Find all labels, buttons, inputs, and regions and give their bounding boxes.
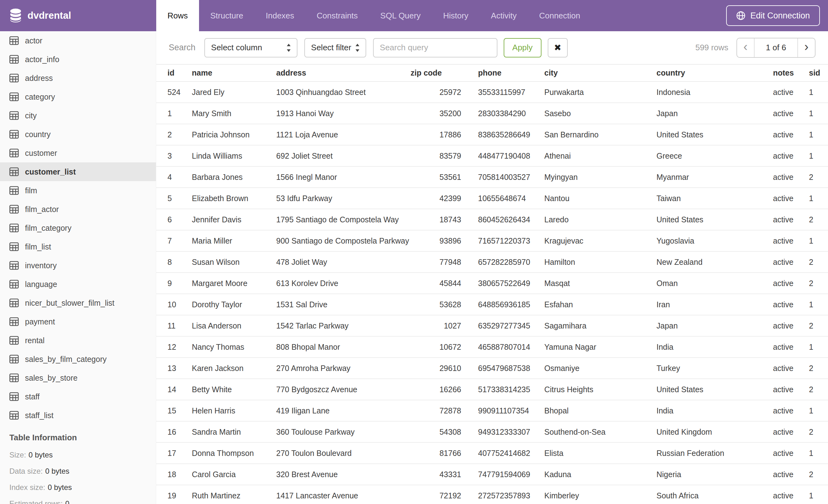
sidebar-item-customer_list[interactable]: customer_list bbox=[0, 163, 156, 181]
table-row[interactable]: 18Carol Garcia320 Brest Avenue4333174779… bbox=[156, 464, 828, 485]
table-row[interactable]: 10Dorothy Taylor1531 Sal Drive5362864885… bbox=[156, 294, 828, 315]
sidebar-item-label: actor_info bbox=[25, 55, 59, 64]
apply-button[interactable]: Apply bbox=[504, 38, 541, 57]
edit-connection-button[interactable]: Edit Connection bbox=[726, 5, 820, 26]
cell-id: 1 bbox=[156, 103, 192, 124]
sidebar-item-address[interactable]: address bbox=[0, 69, 156, 87]
table-row[interactable]: 15Helen Harris419 Iligan Lane72878990911… bbox=[156, 400, 828, 421]
cell-phone: 838635286649 bbox=[461, 124, 544, 145]
table-row[interactable]: 6Jennifer Davis1795 Santiago de Composte… bbox=[156, 209, 828, 230]
cell-phone: 10655648674 bbox=[461, 188, 544, 209]
table-row[interactable]: 7Maria Miller900 Santiago de Compostela … bbox=[156, 230, 828, 252]
sidebar-item-label: city bbox=[25, 111, 37, 120]
sidebar-item-rental[interactable]: rental bbox=[0, 331, 156, 350]
cell-address: 1121 Loja Avenue bbox=[276, 124, 411, 145]
table-row[interactable]: 11Lisa Anderson1542 Tarlac Parkway102763… bbox=[156, 315, 828, 337]
cell-notes: active bbox=[773, 273, 809, 294]
globe-icon bbox=[736, 11, 746, 20]
table-row[interactable]: 12Nancy Thomas808 Bhopal Manor1067246588… bbox=[156, 337, 828, 358]
table-row[interactable]: 3Linda Williams692 Joliet Street83579448… bbox=[156, 145, 828, 167]
previous-page-button[interactable]: ‹ bbox=[737, 38, 754, 57]
table-row[interactable]: 8Susan Wilson478 Joliet Way7794865728228… bbox=[156, 252, 828, 273]
cell-notes: active bbox=[773, 421, 809, 443]
cell-address: 1566 Inegl Manor bbox=[276, 167, 411, 188]
pagination-control: ‹ 1 of 6 › bbox=[737, 38, 816, 58]
sidebar-item-film_category[interactable]: film_category bbox=[0, 219, 156, 237]
column-header-id[interactable]: id bbox=[156, 64, 192, 82]
sidebar-item-label: customer bbox=[25, 149, 57, 158]
column-select[interactable]: Select column bbox=[204, 38, 297, 57]
table-icon bbox=[9, 280, 19, 288]
sidebar-item-label: category bbox=[25, 92, 55, 101]
tab-constraints[interactable]: Constraints bbox=[305, 0, 369, 31]
sidebar-item-staff_list[interactable]: staff_list bbox=[0, 406, 156, 425]
sidebar-item-actor_info[interactable]: actor_info bbox=[0, 50, 156, 69]
table-row[interactable]: 1Mary Smith1913 Hanoi Way352002830338429… bbox=[156, 103, 828, 124]
cell-id: 10 bbox=[156, 294, 192, 315]
table-icon bbox=[9, 224, 19, 232]
table-row[interactable]: 17Donna Thompson270 Toulon Boulevard8176… bbox=[156, 443, 828, 464]
cell-id: 3 bbox=[156, 145, 192, 167]
tab-indexes[interactable]: Indexes bbox=[255, 0, 305, 31]
sidebar-item-customer[interactable]: customer bbox=[0, 144, 156, 163]
sidebar-item-actor[interactable]: actor bbox=[0, 31, 156, 50]
sidebar-item-category[interactable]: category bbox=[0, 87, 156, 106]
column-header-phone[interactable]: phone bbox=[461, 64, 544, 82]
tab-connection[interactable]: Connection bbox=[528, 0, 591, 31]
table-row[interactable]: 2Patricia Johnson1121 Loja Avenue1788683… bbox=[156, 124, 828, 145]
cell-name: Sandra Martin bbox=[192, 421, 276, 443]
tab-sql-query[interactable]: SQL Query bbox=[369, 0, 432, 31]
tab-history[interactable]: History bbox=[432, 0, 480, 31]
info-label: Size: bbox=[9, 451, 26, 459]
tab-activity[interactable]: Activity bbox=[480, 0, 528, 31]
sidebar-item-country[interactable]: country bbox=[0, 125, 156, 144]
sidebar-item-payment[interactable]: payment bbox=[0, 312, 156, 331]
table-row[interactable]: 16Sandra Martin360 Toulouse Parkway54308… bbox=[156, 421, 828, 443]
cell-country: South Africa bbox=[657, 485, 773, 504]
page-indicator: 1 of 6 bbox=[754, 38, 797, 57]
sidebar-item-city[interactable]: city bbox=[0, 106, 156, 125]
sidebar-item-film_actor[interactable]: film_actor bbox=[0, 200, 156, 219]
clear-search-button[interactable]: ✖ bbox=[548, 38, 568, 57]
cell-country: Myanmar bbox=[657, 167, 773, 188]
column-header-zip-code[interactable]: zip code bbox=[411, 64, 461, 82]
cell-id: 7 bbox=[156, 230, 192, 252]
cell-zip-code: 1027 bbox=[411, 315, 461, 337]
sidebar-item-sales_by_film_category[interactable]: sales_by_film_category bbox=[0, 350, 156, 368]
sidebar-item-inventory[interactable]: inventory bbox=[0, 256, 156, 275]
table-row[interactable]: 4Barbara Jones1566 Inegl Manor5356170581… bbox=[156, 167, 828, 188]
tab-structure[interactable]: Structure bbox=[199, 0, 255, 31]
search-query-input[interactable] bbox=[373, 38, 497, 57]
filter-select[interactable]: Select filter bbox=[304, 38, 366, 57]
sidebar: actoractor_infoaddresscategorycitycountr… bbox=[0, 31, 156, 504]
sidebar-item-language[interactable]: language bbox=[0, 275, 156, 293]
table-row[interactable]: 19Ruth Martinez1417 Lancaster Avenue7219… bbox=[156, 485, 828, 504]
sidebar-item-staff[interactable]: staff bbox=[0, 387, 156, 406]
sidebar-item-label: film_list bbox=[25, 242, 51, 251]
column-header-city[interactable]: city bbox=[544, 64, 657, 82]
sidebar-item-film[interactable]: film bbox=[0, 181, 156, 200]
column-header-name[interactable]: name bbox=[192, 64, 276, 82]
column-header-address[interactable]: address bbox=[276, 64, 411, 82]
cell-country: Turkey bbox=[657, 358, 773, 379]
sidebar-item-nicer_but_slower_film_list[interactable]: nicer_but_slower_film_list bbox=[0, 293, 156, 312]
cell-name: Nancy Thomas bbox=[192, 337, 276, 358]
table-row[interactable]: 524Jared Ely1003 Qinhuangdao Street25972… bbox=[156, 82, 828, 103]
column-header-notes[interactable]: notes bbox=[773, 64, 809, 82]
tab-rows[interactable]: Rows bbox=[156, 0, 199, 31]
sidebar-item-sales_by_store[interactable]: sales_by_store bbox=[0, 368, 156, 387]
table-body: 524Jared Ely1003 Qinhuangdao Street25972… bbox=[156, 82, 828, 504]
table-row[interactable]: 13Karen Jackson270 Amroha Parkway2961069… bbox=[156, 358, 828, 379]
table-row[interactable]: 14Betty White770 Bydgoszcz Avenue1626651… bbox=[156, 379, 828, 400]
cell-id: 9 bbox=[156, 273, 192, 294]
column-header-country[interactable]: country bbox=[657, 64, 773, 82]
tab-bar: RowsStructureIndexesConstraintsSQL Query… bbox=[156, 0, 591, 31]
sidebar-item-label: actor bbox=[25, 36, 42, 45]
table-row[interactable]: 5Elizabeth Brown53 Idfu Parkway423991065… bbox=[156, 188, 828, 209]
cell-notes: active bbox=[773, 124, 809, 145]
sidebar-item-film_list[interactable]: film_list bbox=[0, 237, 156, 256]
column-header-sid[interactable]: sid bbox=[809, 64, 828, 82]
cell-sid: 1 bbox=[809, 485, 828, 504]
table-row[interactable]: 9Margaret Moore613 Korolev Drive45844380… bbox=[156, 273, 828, 294]
next-page-button[interactable]: › bbox=[797, 38, 815, 57]
